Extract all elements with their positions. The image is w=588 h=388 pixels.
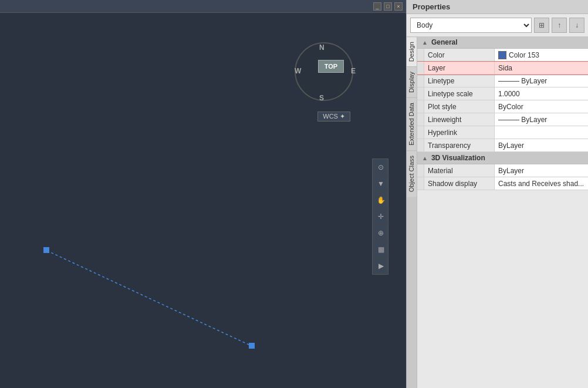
canvas-area[interactable]: TOP N S W E WCS ✦ ⊙ ▼ ✋ ✛ ⊕ ▦ ▶ <box>0 13 406 388</box>
linetype-scale-value[interactable]: 1.0000 <box>495 87 588 100</box>
plot-style-value-text: ByColor <box>498 103 584 111</box>
plot-style-row: Plot style ByColor <box>417 100 588 113</box>
3d-vis-section-title: 3D Visualization <box>431 154 485 162</box>
linetype-scale-label: Linetype scale <box>424 87 495 100</box>
material-row: Material ByLayer <box>417 164 588 177</box>
linetype-value[interactable]: ——— ByLayer <box>495 75 588 87</box>
linetype-scale-row: Linetype scale 1.0000 <box>417 87 588 100</box>
linetype-label: Linetype <box>424 75 495 87</box>
svg-rect-2 <box>249 343 255 349</box>
color-value-text: Color 153 <box>509 51 584 59</box>
panel-with-tabs: Design Display Extended Data Object Clas… <box>407 36 588 388</box>
mini-toolbar-move-btn[interactable]: ⊕ <box>373 225 389 241</box>
color-label: Color <box>424 49 495 61</box>
layer-label: Layer <box>424 62 495 74</box>
mini-toolbar-hand-btn[interactable]: ✋ <box>373 192 389 208</box>
general-section-header[interactable]: ▲ General <box>417 36 588 49</box>
mini-toolbar: ⊙ ▼ ✋ ✛ ⊕ ▦ ▶ <box>372 158 388 275</box>
shadow-display-label: Shadow display <box>424 177 495 190</box>
lineweight-value[interactable]: ——— ByLayer <box>495 113 588 126</box>
titlebar: _ □ × <box>0 0 406 13</box>
body-select[interactable]: Body <box>410 18 532 33</box>
body-dropdown-row: Body ⊞ ↑ ↓ <box>410 18 584 33</box>
viewport: _ □ × TOP N S W E WCS ✦ ⊙ ▼ <box>0 0 406 388</box>
prop-icon-btn-1[interactable]: ⊞ <box>534 18 549 33</box>
side-tabs: Design Display Extended Data Object Clas… <box>407 36 417 388</box>
minimize-button[interactable]: _ <box>373 2 381 11</box>
mini-toolbar-play-btn[interactable]: ▶ <box>373 258 389 274</box>
panel-title-text: Properties <box>413 2 450 11</box>
layer-value-text: Sida <box>498 64 584 72</box>
tab-object-class[interactable]: Object Class <box>407 150 417 197</box>
svg-rect-1 <box>43 247 49 253</box>
color-value[interactable]: Color 153 <box>495 49 588 61</box>
panel-title: Properties <box>407 0 588 14</box>
linetype-value-text: ——— ByLayer <box>498 77 584 85</box>
transparency-label: Transparency <box>424 139 495 151</box>
tab-display[interactable]: Display <box>407 66 417 97</box>
color-row: Color Color 153 <box>417 49 588 62</box>
mini-toolbar-down-btn[interactable]: ▼ <box>373 176 389 192</box>
shadow-display-value-text: Casts and Receives shad... <box>498 180 584 188</box>
material-label: Material <box>424 164 495 177</box>
lineweight-label: Lineweight <box>424 113 495 126</box>
general-section-title: General <box>431 38 458 46</box>
material-value-text: ByLayer <box>498 167 584 175</box>
shadow-display-row: Shadow display Casts and Receives shad..… <box>417 177 588 190</box>
canvas-drawing <box>0 13 406 388</box>
color-swatch <box>498 51 506 59</box>
properties-panel: Properties Body ⊞ ↑ ↓ Design Display Ext… <box>406 0 588 388</box>
prop-table: ▲ General Color Color 153 Layer Sida <box>417 36 588 388</box>
linetype-scale-value-text: 1.0000 <box>498 90 584 98</box>
transparency-row: Transparency ByLayer <box>417 139 588 152</box>
maximize-button[interactable]: □ <box>384 2 392 11</box>
tab-design[interactable]: Design <box>407 36 417 66</box>
mini-toolbar-cross-btn[interactable]: ✛ <box>373 208 389 225</box>
svg-line-0 <box>47 251 252 346</box>
lineweight-row: Lineweight ——— ByLayer <box>417 113 588 126</box>
transparency-value[interactable]: ByLayer <box>495 139 588 151</box>
transparency-value-text: ByLayer <box>498 141 584 150</box>
prop-icon-btn-3[interactable]: ↓ <box>569 18 584 33</box>
general-collapse-icon: ▲ <box>422 39 428 46</box>
shadow-display-value[interactable]: Casts and Receives shad... <box>495 177 588 190</box>
close-button[interactable]: × <box>394 2 403 11</box>
mini-toolbar-grid-btn[interactable]: ▦ <box>373 241 389 258</box>
hyperlink-value[interactable] <box>495 126 588 139</box>
layer-row: Layer Sida <box>417 62 588 75</box>
tab-extended-data[interactable]: Extended Data <box>407 97 417 150</box>
3d-vis-section-header[interactable]: ▲ 3D Visualization <box>417 152 588 164</box>
hyperlink-label: Hyperlink <box>424 126 495 139</box>
layer-value[interactable]: Sida <box>495 62 588 74</box>
lineweight-value-text: ——— ByLayer <box>498 116 584 124</box>
plot-style-value[interactable]: ByColor <box>495 100 588 113</box>
prop-icon-btn-2[interactable]: ↑ <box>552 18 567 33</box>
hyperlink-row: Hyperlink <box>417 126 588 139</box>
titlebar-controls: _ □ × <box>373 2 403 11</box>
linetype-row: Linetype ——— ByLayer <box>417 75 588 87</box>
material-value[interactable]: ByLayer <box>495 164 588 177</box>
3d-vis-collapse-icon: ▲ <box>422 155 428 161</box>
plot-style-label: Plot style <box>424 100 495 113</box>
mini-toolbar-circle-btn[interactable]: ⊙ <box>373 159 389 176</box>
